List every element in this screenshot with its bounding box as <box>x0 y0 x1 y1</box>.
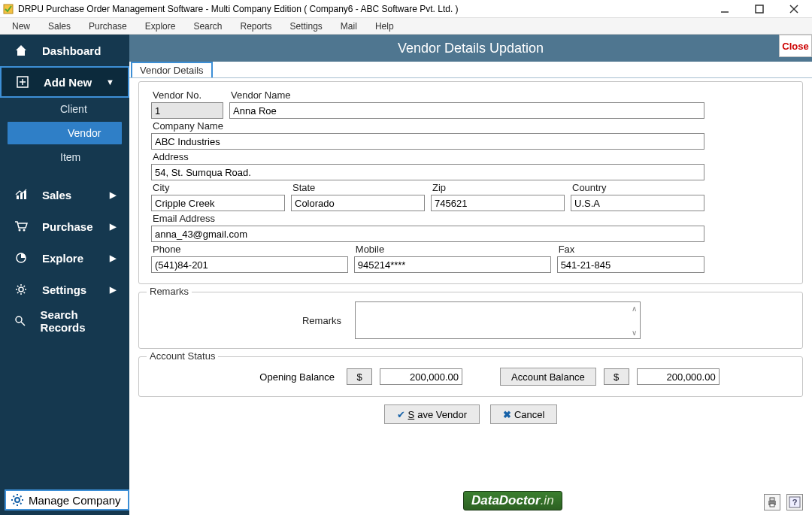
vendor-details-fieldset: Vendor No. Vendor Name Company Name Addr… <box>138 81 803 284</box>
svg-point-15 <box>16 317 22 323</box>
scroll-down-icon[interactable]: ∨ <box>629 328 638 337</box>
phone-input[interactable] <box>151 256 348 273</box>
sidebar-sales-label: Sales <box>42 189 71 201</box>
chevron-right-icon: ▶ <box>110 190 116 200</box>
phone-label: Phone <box>151 244 348 255</box>
action-buttons: ✔ Save Vendor ✖ Cancel <box>138 404 803 424</box>
minimize-button[interactable] <box>714 2 735 17</box>
svg-rect-2 <box>756 5 763 13</box>
menu-settings[interactable]: Settings <box>281 21 332 32</box>
svg-point-14 <box>19 287 23 292</box>
sidebar-dashboard[interactable]: Dashboard <box>0 35 129 66</box>
sidebar-search-label: Search Records <box>41 308 116 334</box>
vendor-name-label: Vendor Name <box>229 89 704 101</box>
svg-point-12 <box>23 229 26 232</box>
vendor-no-label: Vendor No. <box>151 89 223 101</box>
home-icon <box>14 44 29 57</box>
close-panel-button[interactable]: Close <box>779 35 812 57</box>
x-icon: ✖ <box>503 409 511 420</box>
opening-balance-label: Opening Balance <box>259 371 335 383</box>
menu-search[interactable]: Search <box>184 21 231 32</box>
opening-balance-input[interactable] <box>380 368 462 385</box>
search-icon <box>14 315 27 327</box>
app-icon <box>3 4 14 14</box>
chevron-right-icon: ▶ <box>110 222 116 232</box>
sidebar-add-new[interactable]: Add New ▼ <box>0 66 129 98</box>
sidebar-purchase[interactable]: Purchase ▶ <box>0 211 129 242</box>
fax-label: Fax <box>557 244 704 255</box>
vendor-no-input <box>151 102 223 119</box>
email-label: Email Address <box>151 213 704 224</box>
menu-explore[interactable]: Explore <box>136 21 185 32</box>
save-vendor-button[interactable]: ✔ Save Vendor <box>384 404 480 424</box>
chevron-right-icon: ▶ <box>110 285 116 295</box>
remarks-fieldset: Remarks Remarks ∧ ∨ <box>138 292 803 349</box>
fax-input[interactable] <box>557 256 704 273</box>
sidebar-dashboard-label: Dashboard <box>42 44 101 57</box>
sidebar-sub-client[interactable]: Client <box>0 98 129 120</box>
scroll-up-icon[interactable]: ∧ <box>629 304 638 313</box>
check-icon: ✔ <box>397 409 405 420</box>
page-header: Vendor Details Updation Close <box>129 35 812 62</box>
chevron-down-icon: ▼ <box>106 77 114 86</box>
mobile-input[interactable] <box>354 256 551 273</box>
city-label: City <box>151 182 285 193</box>
explore-icon <box>14 252 29 264</box>
country-input[interactable] <box>571 195 704 211</box>
sidebar-sub-vendor[interactable]: Vendor <box>8 122 122 144</box>
address-input[interactable] <box>151 164 704 180</box>
menu-reports[interactable]: Reports <box>231 21 280 32</box>
tab-vendor-details[interactable]: Vendor Details <box>131 62 213 77</box>
state-label: State <box>291 182 425 193</box>
maximize-button[interactable] <box>749 2 770 17</box>
city-input[interactable] <box>151 195 285 211</box>
window-title: DRPU Purchase Order Management Software … <box>18 4 714 14</box>
remarks-textarea[interactable]: ∧ ∨ <box>355 301 641 339</box>
svg-text:?: ? <box>792 498 798 507</box>
help-icon[interactable]: ? <box>786 494 803 510</box>
company-input[interactable] <box>151 133 704 150</box>
cancel-label: Cancel <box>514 409 544 420</box>
svg-rect-10 <box>24 191 26 199</box>
gear-icon <box>14 283 29 295</box>
svg-line-16 <box>21 322 25 326</box>
address-label: Address <box>151 151 704 162</box>
svg-point-11 <box>19 229 21 232</box>
footer-icons: ? <box>764 494 803 510</box>
svg-rect-20 <box>770 504 774 507</box>
menu-help[interactable]: Help <box>366 21 403 32</box>
vendor-name-input[interactable] <box>229 102 704 119</box>
sidebar-sub-item[interactable]: Item <box>0 146 129 168</box>
menu-new[interactable]: New <box>3 21 39 32</box>
main-panel: Vendor Details Updation Close Vendor Det… <box>129 35 812 515</box>
sidebar-explore-label: Explore <box>42 252 83 265</box>
menu-purchase[interactable]: Purchase <box>80 21 136 32</box>
sidebar-explore[interactable]: Explore ▶ <box>0 242 129 274</box>
svg-rect-19 <box>770 498 774 501</box>
sidebar-settings[interactable]: Settings ▶ <box>0 274 129 305</box>
sidebar: Dashboard Add New ▼ Client Vendor Item S… <box>0 35 129 515</box>
cart-icon <box>14 220 29 232</box>
close-window-button[interactable] <box>783 2 804 17</box>
manage-company-button[interactable]: Manage Company <box>5 489 129 510</box>
brand-text: DataDoctor <box>471 493 541 508</box>
manage-company-label: Manage Company <box>29 494 121 507</box>
sidebar-sales[interactable]: Sales ▶ <box>0 179 129 211</box>
state-input[interactable] <box>291 195 425 211</box>
cancel-button[interactable]: ✖ Cancel <box>490 404 557 424</box>
email-input[interactable] <box>151 226 704 242</box>
zip-input[interactable] <box>431 195 565 211</box>
menu-mail[interactable]: Mail <box>332 21 366 32</box>
remarks-label: Remarks <box>301 315 341 326</box>
account-balance-button[interactable]: Account Balance <box>500 368 596 386</box>
print-icon[interactable] <box>764 494 780 510</box>
window-buttons <box>714 2 804 17</box>
sidebar-settings-label: Settings <box>42 283 86 296</box>
sidebar-search-records[interactable]: Search Records <box>0 305 129 337</box>
add-new-icon <box>15 76 30 88</box>
menu-bar: New Sales Purchase Explore Search Report… <box>0 18 812 35</box>
country-label: Country <box>571 182 704 193</box>
menu-sales[interactable]: Sales <box>39 21 80 32</box>
gear-icon <box>11 493 24 507</box>
balance-currency: $ <box>604 368 629 385</box>
